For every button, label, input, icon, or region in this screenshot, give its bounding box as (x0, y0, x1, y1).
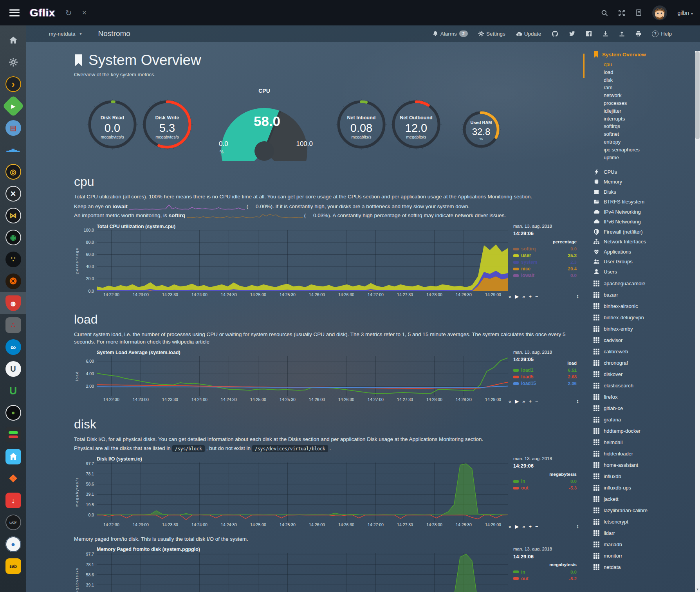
sidebar-subitem[interactable]: load (604, 68, 695, 76)
sidebar-app-item[interactable]: binhex-airsonic (587, 300, 695, 312)
sidebar-section-item[interactable]: IPv4 Networking (587, 207, 695, 217)
sidebar-app-item[interactable]: letsencrypt (587, 516, 695, 527)
github-icon[interactable] (552, 31, 558, 37)
sidebar-app-item[interactable]: jackett (587, 493, 695, 505)
nodes-app-app-icon[interactable]: ∵ (0, 248, 26, 270)
sidebar-app-item[interactable]: gitlab-ce (587, 403, 695, 414)
legend-row-load15[interactable]: load152.06 (513, 380, 577, 387)
sidebar-subitem[interactable]: interrupts (604, 115, 695, 123)
chart-control-zoom-out[interactable]: − (535, 293, 538, 299)
sidebar-subitem[interactable]: processes (604, 99, 695, 107)
jackett-app-icon[interactable]: ◎ (0, 161, 26, 183)
home-app-icon[interactable] (0, 29, 26, 51)
chart-canvas[interactable] (97, 230, 508, 291)
search-icon[interactable] (601, 9, 608, 16)
sidebar-app-item[interactable]: heimdall (587, 437, 695, 448)
sidebar-section-item[interactable]: CPUs (587, 167, 695, 177)
chart-resize-handle[interactable]: ↕ (576, 293, 579, 299)
chart-control-skip-forward[interactable]: » (522, 293, 525, 299)
legend-row-out[interactable]: out-5.2 (513, 575, 577, 582)
sidebar-subitem[interactable]: ram (604, 84, 695, 92)
ombi-bowtie-app-icon[interactable]: ⋈ (0, 205, 26, 227)
sidebar-subitem[interactable]: softnet (604, 130, 695, 138)
facebook-icon[interactable] (586, 31, 592, 37)
sidebar-section-item[interactable]: Network Interfaces (587, 237, 695, 247)
sidebar-app-item[interactable]: influxdb-ups (587, 482, 695, 493)
home-assistant-app-icon[interactable] (0, 446, 26, 468)
sidebar-item-system-overview[interactable]: System Overview (587, 51, 695, 58)
scrollbar[interactable]: ▾ (695, 51, 700, 592)
chart-control-zoom-in[interactable]: + (529, 293, 532, 299)
dark-plate-app-app-icon[interactable]: ● (0, 402, 26, 424)
sidebar-app-item[interactable]: chronograf (587, 357, 695, 369)
chart-control-skip-back[interactable]: « (509, 293, 511, 299)
chart-control-zoom-in[interactable]: + (529, 524, 532, 529)
legend-row-out[interactable]: out-5.3 (513, 485, 577, 491)
sidebar-section-item[interactable]: Applications (587, 247, 695, 257)
sidebar-subitem[interactable]: cpu (604, 61, 695, 68)
legend-row-load1[interactable]: load16.51 (513, 367, 577, 374)
sidebar-app-item[interactable]: hddtemp-docker (587, 425, 695, 437)
cpu-gauge[interactable]: CPU58.00.0%100.0 (215, 88, 314, 161)
sidebar-app-item[interactable]: binhex-emby (587, 323, 695, 335)
chart-canvas[interactable] (97, 553, 508, 592)
print-icon[interactable] (635, 31, 641, 37)
chart-resize-handle[interactable]: ↕ (576, 398, 579, 404)
sidebar-section-item[interactable]: Users (587, 266, 695, 277)
sidebar-app-item[interactable]: hiddenloader (587, 448, 695, 459)
chart-resize-handle[interactable]: ↕ (576, 523, 579, 529)
sidebar-subitem[interactable]: entropy (604, 138, 695, 146)
avatar[interactable] (652, 5, 667, 20)
sidebar-section-item[interactable]: User Groups (587, 257, 695, 267)
sidebar-app-item[interactable]: firefox (587, 391, 695, 403)
chart-control-skip-back[interactable]: « (509, 524, 511, 529)
sidebar-app-item[interactable]: apacheguacamole (587, 278, 695, 289)
green-swirl-app-app-icon[interactable]: ◉ (0, 227, 26, 248)
legend-row-iowait[interactable]: iowait0.0 (513, 272, 577, 279)
changelog-icon[interactable] (635, 9, 642, 16)
settings-app-icon[interactable] (0, 51, 26, 73)
sidebar-app-item[interactable]: cadvisor (587, 335, 695, 346)
sidebar-section-item[interactable]: BTRFS filesystem (587, 197, 695, 207)
legend-row-nice[interactable]: nice20.4 (513, 266, 577, 272)
sidebar-app-item[interactable]: binhex-delugevpn (587, 312, 695, 323)
sidebar-app-item[interactable]: monitorr (587, 550, 695, 561)
chart-control-play[interactable]: ▶ (515, 398, 519, 404)
twitter-icon[interactable] (569, 31, 575, 37)
chart-control-zoom-out[interactable]: − (535, 398, 538, 404)
settings-button[interactable]: Settings (478, 31, 505, 37)
emby-app-icon[interactable]: ▶ (0, 95, 26, 117)
airsonic-app-icon[interactable]: ▂▄▆▄▂ (0, 139, 26, 161)
sidebar-app-item[interactable]: home-assistant (587, 459, 695, 471)
sidebar-subitem[interactable]: uptime (604, 154, 695, 162)
alarms-button[interactable]: Alarms 2 (433, 31, 468, 37)
refresh-icon[interactable]: ↻ (65, 8, 72, 18)
net-inbound-gauge[interactable]: Net Inbound0.08megabits/s (336, 99, 387, 150)
sidebar-subitem[interactable]: idlejitter (604, 107, 695, 115)
berries-app-app-icon[interactable]: ∴ (0, 314, 26, 336)
chart-control-play[interactable]: ▶ (515, 524, 519, 529)
menu-icon[interactable] (9, 9, 20, 16)
sidebar-app-item[interactable]: influxdb (587, 471, 695, 482)
chart-canvas[interactable] (97, 356, 508, 396)
sidebar-section-item[interactable]: Firewall (netfilter) (587, 227, 695, 237)
sabnzbd-app-icon[interactable]: sab (0, 555, 26, 577)
upload-icon[interactable] (619, 31, 625, 37)
scrollbar-thumb[interactable] (695, 51, 700, 139)
net-outbound-gauge[interactable]: Net Outbound12.0megabits/s (390, 99, 442, 150)
gitlab-app-icon[interactable]: ❖ (0, 468, 26, 489)
legend-row-in[interactable]: in0.0 (513, 569, 577, 575)
nextcloud-app-icon[interactable]: ∞ (0, 336, 26, 358)
green-u-app-app-icon[interactable]: U (0, 380, 26, 402)
grafana-app-icon[interactable]: ❂ (0, 270, 26, 292)
user-menu[interactable]: gilbn▾ (677, 10, 693, 16)
disk-read-gauge[interactable]: Disk Read0.0megabytes/s (87, 99, 138, 150)
scrollbar-down-arrow[interactable]: ▾ (695, 587, 700, 591)
disk-write-gauge[interactable]: Disk Write5.3megabytes/s (141, 99, 193, 150)
sidebar-app-item[interactable]: lazylibrarian-calibre (587, 505, 695, 516)
unifi-app-icon[interactable]: U (0, 358, 26, 380)
sidebar-app-item[interactable]: netdata (587, 561, 695, 573)
legend-row-in[interactable]: in0.0 (513, 478, 577, 485)
netdata-app-icon[interactable]: ◍ (0, 292, 26, 314)
downloader-app-app-icon[interactable]: ↓ (0, 489, 26, 511)
